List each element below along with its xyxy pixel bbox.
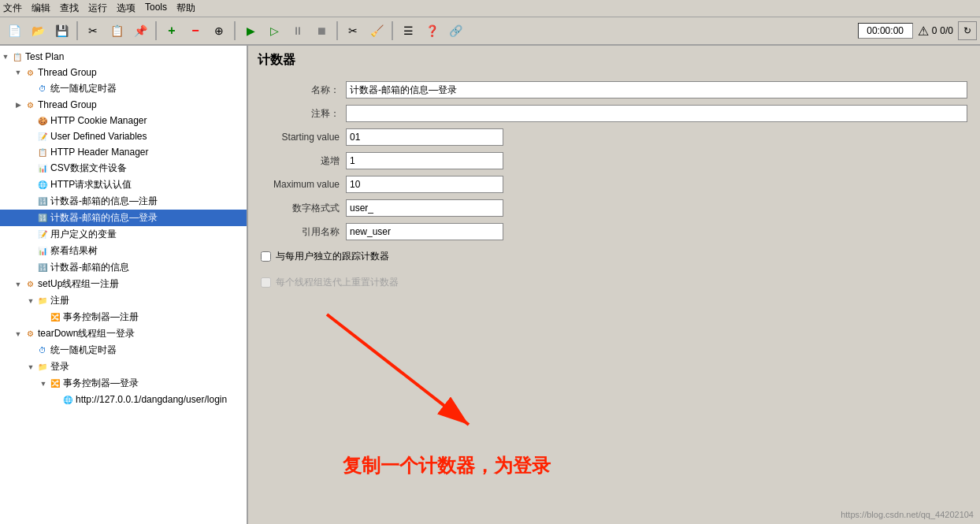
menu-find[interactable]: 查找 <box>60 2 79 15</box>
icon-reg-node: 📁 <box>36 295 49 307</box>
tree-item-csv-config[interactable]: 📊CSV数据文件设备 <box>0 160 247 177</box>
run-button[interactable]: ▶ <box>239 20 262 42</box>
menu-options[interactable]: 选项 <box>117 2 135 15</box>
icon-teardown-group: ⚙ <box>24 328 36 340</box>
ref-name-input[interactable] <box>346 223 503 240</box>
tree-item-login-node[interactable]: ▼📁登录 <box>0 359 247 375</box>
tree-item-random-timer-2[interactable]: ⏱统一随机定时器 <box>0 342 247 359</box>
tree-item-transaction-login[interactable]: ▼🔀事务控制器—登录 <box>0 375 247 392</box>
tree-item-cookie-mgr[interactable]: 🍪HTTP Cookie Manager <box>0 113 247 128</box>
stop-button[interactable]: ⏹ <box>310 20 332 42</box>
label-counter-login: 计数器-邮箱的信息—登录 <box>50 211 158 225</box>
tree-item-setup-group[interactable]: ▼⚙setUp线程组一注册 <box>0 276 247 292</box>
label-setup-group: setUp线程组一注册 <box>38 277 119 291</box>
menu-help[interactable]: 帮助 <box>176 2 195 15</box>
comment-label: 注释： <box>261 107 340 121</box>
tree-item-result-tree[interactable]: 📊察看结果树 <box>0 243 247 259</box>
number-format-input[interactable] <box>346 199 503 217</box>
label-teardown-group: tearDown线程组一登录 <box>38 327 135 340</box>
track-per-user-checkbox[interactable] <box>261 251 271 262</box>
expand-btn-thread-group-2[interactable]: ▶ <box>13 99 24 110</box>
remote-button[interactable]: 🔗 <box>444 20 466 42</box>
expand-btn-reg-node[interactable]: ▼ <box>25 295 36 307</box>
tree-item-http-req[interactable]: 🌐http://127.0.0.1/dangdang/user/login <box>0 392 247 407</box>
annotation-area: 复制一个计数器，为登录 <box>248 299 980 524</box>
expand-button[interactable]: ⊕ <box>208 20 230 42</box>
name-row: 名称： <box>261 81 967 98</box>
label-result-tree: 察看结果树 <box>50 244 98 258</box>
expand-btn-test-plan[interactable]: ▼ <box>0 51 11 62</box>
icon-setup-group: ⚙ <box>24 278 36 291</box>
run-no-pause-button[interactable]: ▷ <box>263 20 285 42</box>
tree-item-counter-login[interactable]: 🔢计数器-邮箱的信息—登录 <box>0 210 247 226</box>
paste-button[interactable]: 📌 <box>129 20 151 42</box>
tree-item-counter-reg[interactable]: 🔢计数器-邮箱的信息—注册 <box>0 193 247 210</box>
tree-item-header-mgr[interactable]: 📋HTTP Header Manager <box>0 144 247 160</box>
pause-button[interactable]: ⏸ <box>287 20 309 42</box>
reset-per-iteration-checkbox[interactable] <box>261 277 271 288</box>
tree-item-thread-group-2[interactable]: ▶⚙Thread Group <box>0 97 247 113</box>
starting-value-row: Starting value <box>261 128 967 146</box>
expand-btn-thread-group-1[interactable]: ▼ <box>13 67 24 78</box>
tree-item-thread-group-1[interactable]: ▼⚙Thread Group <box>0 65 247 80</box>
reset-per-iteration-label: 每个线程组迭代上重置计数器 <box>276 276 399 289</box>
refresh-button[interactable]: ↻ <box>958 21 977 40</box>
comment-input[interactable] <box>346 105 967 122</box>
name-input[interactable] <box>346 81 967 98</box>
menu-edit[interactable]: 编辑 <box>32 2 50 15</box>
max-value-label: Maximum value <box>261 179 340 190</box>
tree-item-user-vars2[interactable]: 📝用户定义的变量 <box>0 226 247 243</box>
sep5 <box>392 21 393 40</box>
tree-item-reg-node[interactable]: ▼📁注册 <box>0 292 247 309</box>
svg-line-1 <box>327 314 469 425</box>
form-title: 计数器 <box>248 46 980 75</box>
open-button[interactable]: 📂 <box>27 20 49 42</box>
comment-row: 注释： <box>261 105 967 122</box>
sep1 <box>76 21 78 40</box>
starting-value-label: Starting value <box>261 132 340 143</box>
annotation-arrow <box>311 299 548 456</box>
list-button[interactable]: ☰ <box>397 20 419 42</box>
copy-button[interactable]: 📋 <box>106 20 128 42</box>
tree-item-test-plan[interactable]: ▼📋Test Plan <box>0 49 247 65</box>
tree-item-transaction-reg[interactable]: 🔀事务控制器—注册 <box>0 309 247 325</box>
label-transaction-reg: 事务控制器—注册 <box>63 310 139 324</box>
sep2 <box>155 21 157 40</box>
menu-file[interactable]: 文件 <box>3 2 22 15</box>
max-value-input[interactable] <box>346 176 503 193</box>
shears-button[interactable]: ✂ <box>342 20 364 42</box>
label-counter-reg: 计数器-邮箱的信息—注册 <box>50 195 158 208</box>
label-http-defaults: HTTP请求默认认值 <box>50 178 132 191</box>
label-thread-group-1: Thread Group <box>38 67 97 78</box>
increment-input[interactable] <box>346 152 503 169</box>
tree-item-random-timer-1[interactable]: ⏱统一随机定时器 <box>0 80 247 97</box>
warning-count: 0 <box>932 25 937 36</box>
content-panel: 计数器 名称： 注释： Starting value 递增 <box>248 46 980 524</box>
annotation-text: 复制一个计数器，为登录 <box>343 453 551 478</box>
expand-btn-setup-group[interactable]: ▼ <box>13 279 24 290</box>
new-button[interactable]: 📄 <box>3 20 25 42</box>
menu-run[interactable]: 运行 <box>88 2 107 15</box>
cut-button[interactable]: ✂ <box>82 20 104 42</box>
icon-counter-info: 🔢 <box>36 262 49 274</box>
save-button[interactable]: 💾 <box>50 20 72 42</box>
label-counter-info: 计数器-邮箱的信息 <box>50 261 129 274</box>
tree-item-http-defaults[interactable]: 🌐HTTP请求默认认值 <box>0 177 247 193</box>
broom-button[interactable]: 🧹 <box>366 20 388 42</box>
remove-button[interactable]: − <box>184 20 206 42</box>
expand-btn-login-node[interactable]: ▼ <box>25 362 36 373</box>
expand-btn-transaction-login[interactable]: ▼ <box>38 378 49 389</box>
add-button[interactable]: + <box>161 20 183 42</box>
expand-btn-teardown-group[interactable]: ▼ <box>13 329 24 340</box>
label-reg-node: 注册 <box>50 294 69 307</box>
icon-thread-group-2: ⚙ <box>24 98 36 111</box>
label-random-timer-1: 统一随机定时器 <box>50 82 117 95</box>
tree-item-user-vars[interactable]: 📝User Defined Variables <box>0 128 247 144</box>
label-user-vars: User Defined Variables <box>50 131 147 142</box>
help-button[interactable]: ❓ <box>421 20 443 42</box>
starting-value-input[interactable] <box>346 128 503 146</box>
error-ratio: 0/0 <box>940 25 953 36</box>
tree-item-counter-info[interactable]: 🔢计数器-邮箱的信息 <box>0 259 247 276</box>
tree-item-teardown-group[interactable]: ▼⚙tearDown线程组一登录 <box>0 325 247 342</box>
menu-tools[interactable]: Tools <box>145 2 167 15</box>
